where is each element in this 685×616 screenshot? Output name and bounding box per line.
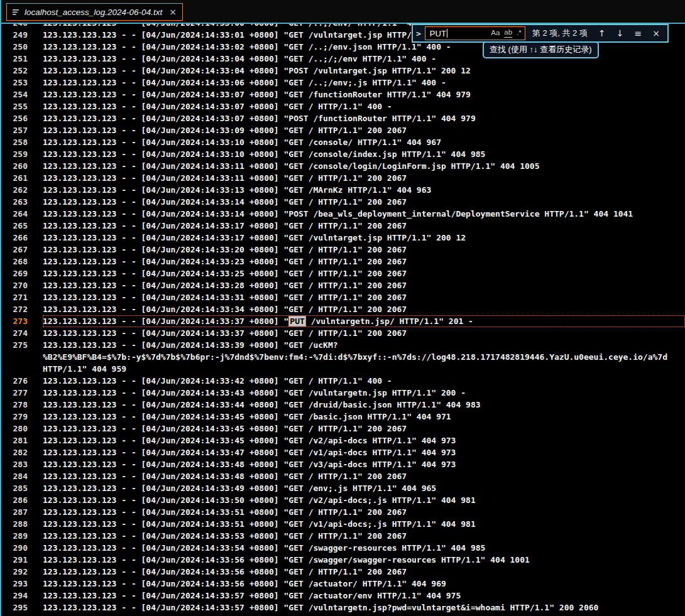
line-number[interactable]: 284 (1, 470, 43, 482)
line-number[interactable]: 282 (1, 446, 43, 458)
line-number[interactable]: 278 (1, 399, 43, 411)
log-line[interactable]: 266123.123.123.123 - - [04/Jun/2024:14:3… (1, 232, 685, 244)
line-number[interactable]: 271 (1, 291, 43, 303)
line-number[interactable]: 268 (1, 256, 43, 267)
log-line[interactable]: 287123.123.123.123 - - [04/Jun/2024:14:3… (1, 506, 685, 518)
line-number[interactable]: 252 (1, 65, 43, 77)
log-line[interactable]: 278123.123.123.123 - - [04/Jun/2024:14:3… (1, 399, 685, 411)
log-line[interactable]: 295123.123.123.123 - - [04/Jun/2024:14:3… (1, 602, 685, 613)
match-case-icon[interactable]: Aa (491, 30, 500, 37)
log-line[interactable]: 265123.123.123.123 - - [04/Jun/2024:14:3… (1, 220, 685, 232)
line-number[interactable]: 261 (1, 172, 43, 184)
log-line[interactable]: 282123.123.123.123 - - [04/Jun/2024:14:3… (1, 446, 685, 458)
log-line[interactable]: 273123.123.123.123 - - [04/Jun/2024:14:3… (1, 315, 685, 327)
line-number[interactable]: 273 (1, 315, 43, 327)
log-line[interactable]: 253123.123.123.123 - - [04/Jun/2024:14:3… (1, 77, 685, 89)
log-line[interactable]: 267123.123.123.123 - - [04/Jun/2024:14:3… (1, 244, 685, 256)
log-line[interactable]: HTTP/1.1" 404 959 (1, 363, 685, 375)
line-number[interactable]: 292 (1, 566, 43, 578)
log-line[interactable]: 274123.123.123.123 - - [04/Jun/2024:14:3… (1, 327, 685, 339)
log-line[interactable]: 260123.123.123.123 - - [04/Jun/2024:14:3… (1, 160, 685, 172)
log-line[interactable]: 270123.123.123.123 - - [04/Jun/2024:14:3… (1, 279, 685, 291)
line-number[interactable]: 280 (1, 423, 43, 435)
line-number[interactable]: 250 (1, 41, 43, 53)
line-number[interactable]: 267 (1, 244, 43, 256)
log-line[interactable]: 288123.123.123.123 - - [04/Jun/2024:14:3… (1, 518, 685, 530)
log-line[interactable]: 275123.123.123.123 - - [04/Jun/2024:14:3… (1, 339, 685, 351)
log-line[interactable]: 262123.123.123.123 - - [04/Jun/2024:14:3… (1, 184, 685, 196)
line-number[interactable]: 251 (1, 53, 43, 65)
log-line[interactable]: 259123.123.123.123 - - [04/Jun/2024:14:3… (1, 148, 685, 160)
line-number[interactable]: 265 (1, 220, 43, 232)
line-number[interactable]: 285 (1, 482, 43, 494)
line-number[interactable]: 294 (1, 590, 43, 602)
line-number[interactable]: 257 (1, 124, 43, 136)
line-number[interactable]: 258 (1, 136, 43, 148)
line-number[interactable]: 293 (1, 578, 43, 590)
log-line[interactable]: 290123.123.123.123 - - [04/Jun/2024:14:3… (1, 542, 685, 554)
line-number[interactable]: 277 (1, 387, 43, 399)
line-number[interactable]: 276 (1, 375, 43, 387)
line-number[interactable]: 289 (1, 530, 43, 542)
line-number[interactable]: 272 (1, 303, 43, 315)
line-number[interactable]: 281 (1, 435, 43, 446)
log-line[interactable]: 254123.123.123.123 - - [04/Jun/2024:14:3… (1, 89, 685, 100)
log-line[interactable]: 269123.123.123.123 - - [04/Jun/2024:14:3… (1, 267, 685, 279)
line-number[interactable]: 256 (1, 112, 43, 124)
log-line[interactable]: 277123.123.123.123 - - [04/Jun/2024:14:3… (1, 387, 685, 399)
log-line[interactable]: 281123.123.123.123 - - [04/Jun/2024:14:3… (1, 435, 685, 446)
line-number[interactable]: 253 (1, 77, 43, 89)
line-number[interactable]: 291 (1, 554, 43, 566)
whole-word-icon[interactable]: ab (504, 29, 512, 38)
line-number[interactable]: 275 (1, 339, 43, 351)
log-line[interactable]: %B2%E9%BF%B4=$%7b:-y$%7d%7b$%7b6pr:-j%7d… (1, 351, 685, 363)
log-line[interactable]: 289123.123.123.123 - - [04/Jun/2024:14:3… (1, 530, 685, 542)
log-line[interactable]: 280123.123.123.123 - - [04/Jun/2024:14:3… (1, 423, 685, 435)
line-number[interactable]: 260 (1, 160, 43, 172)
log-line[interactable]: 279123.123.123.123 - - [04/Jun/2024:14:3… (1, 411, 685, 423)
line-number[interactable]: 254 (1, 89, 43, 100)
line-number[interactable]: 295 (1, 602, 43, 613)
line-number[interactable]: 259 (1, 148, 43, 160)
find-in-selection-icon[interactable]: ≡ (635, 29, 642, 38)
line-number[interactable]: 290 (1, 542, 43, 554)
log-line[interactable]: 293123.123.123.123 - - [04/Jun/2024:14:3… (1, 578, 685, 590)
log-line[interactable]: 283123.123.123.123 - - [04/Jun/2024:14:3… (1, 458, 685, 470)
log-line[interactable]: 286123.123.123.123 - - [04/Jun/2024:14:3… (1, 494, 685, 506)
log-line[interactable]: 276123.123.123.123 - - [04/Jun/2024:14:3… (1, 375, 685, 387)
log-line[interactable]: 294123.123.123.123 - - [04/Jun/2024:14:3… (1, 590, 685, 602)
line-number[interactable]: 279 (1, 411, 43, 423)
line-number[interactable]: 287 (1, 506, 43, 518)
line-number[interactable]: 286 (1, 494, 43, 506)
line-number[interactable]: 263 (1, 196, 43, 208)
line-number[interactable]: 288 (1, 518, 43, 530)
find-input[interactable]: PUT Aa ab .* (425, 26, 525, 40)
log-line[interactable]: 255123.123.123.123 - - [04/Jun/2024:14:3… (1, 100, 685, 112)
line-number[interactable]: 270 (1, 279, 43, 291)
log-line[interactable]: 284123.123.123.123 - - [04/Jun/2024:14:3… (1, 470, 685, 482)
close-find-icon[interactable]: × (652, 29, 660, 38)
log-line[interactable]: 252123.123.123.123 - - [04/Jun/2024:14:3… (1, 65, 685, 77)
log-line[interactable]: 285123.123.123.123 - - [04/Jun/2024:14:3… (1, 482, 685, 494)
tab-localhost-access-log[interactable]: localhost_access_log.2024-06-04.txt × (6, 3, 183, 21)
line-number[interactable]: 248 (1, 24, 43, 29)
tab-close-icon[interactable]: × (169, 8, 177, 16)
log-line[interactable]: 268123.123.123.123 - - [04/Jun/2024:14:3… (1, 256, 685, 267)
log-line[interactable]: 258123.123.123.123 - - [04/Jun/2024:14:3… (1, 136, 685, 148)
log-line[interactable]: 264123.123.123.123 - - [04/Jun/2024:14:3… (1, 208, 685, 220)
line-number[interactable]: 262 (1, 184, 43, 196)
regex-icon[interactable]: .* (517, 30, 522, 37)
log-line[interactable]: 271123.123.123.123 - - [04/Jun/2024:14:3… (1, 291, 685, 303)
line-number[interactable]: 283 (1, 458, 43, 470)
line-number[interactable]: 264 (1, 208, 43, 220)
log-line[interactable]: 256123.123.123.123 - - [04/Jun/2024:14:3… (1, 112, 685, 124)
line-number[interactable]: 274 (1, 327, 43, 339)
log-line[interactable]: 261123.123.123.123 - - [04/Jun/2024:14:3… (1, 172, 685, 184)
line-number[interactable]: 269 (1, 267, 43, 279)
log-line[interactable]: 257123.123.123.123 - - [04/Jun/2024:14:3… (1, 124, 685, 136)
line-number[interactable]: 255 (1, 100, 43, 112)
previous-match-icon[interactable]: ↑ (598, 29, 606, 38)
line-number[interactable]: 266 (1, 232, 43, 244)
log-line[interactable]: 263123.123.123.123 - - [04/Jun/2024:14:3… (1, 196, 685, 208)
next-match-icon[interactable]: ↓ (616, 29, 624, 38)
